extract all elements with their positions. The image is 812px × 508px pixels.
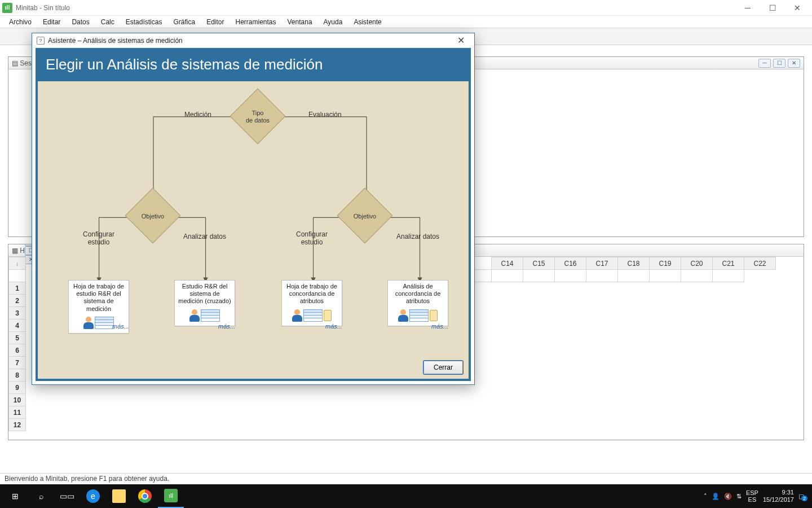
branch-label-evaluacion: Evaluación [308, 111, 342, 119]
task-view-button[interactable]: ▭▭ [54, 484, 80, 508]
col-header[interactable]: C18 [618, 257, 650, 270]
tray-volume-icon[interactable]: 🔇 [724, 493, 732, 500]
tray-clock[interactable]: 9:31 15/12/2017 [763, 489, 794, 503]
card-attr-analysis[interactable]: Análisis de concordancia de atributos [387, 280, 448, 326]
tray-date: 15/12/2017 [763, 496, 794, 503]
notification-badge: 2 [801, 496, 807, 501]
col-header[interactable]: C15 [523, 257, 555, 270]
tray-chevron-up-icon[interactable]: ˄ [704, 493, 707, 500]
row-header[interactable]: 9 [9, 382, 26, 394]
taskbar-edge[interactable]: e [80, 484, 106, 508]
tray-network-icon[interactable]: ⇅ [736, 493, 742, 500]
col-header[interactable]: C17 [586, 257, 618, 270]
row-header[interactable]: 10 [9, 394, 26, 406]
row-header[interactable]: 11 [9, 406, 26, 419]
assistant-dialog: ? Asistente – Análisis de sistemas de me… [32, 33, 475, 385]
close-button[interactable]: ✕ [785, 0, 810, 16]
row-header[interactable]: 5 [9, 332, 26, 344]
row-header[interactable]: 6 [9, 344, 26, 357]
col-header[interactable]: C14 [492, 257, 523, 270]
start-button[interactable]: ⊞ [2, 484, 28, 508]
label-analizar-left: Analizar datos [183, 233, 226, 240]
taskbar-minitab[interactable]: ıll [158, 484, 184, 508]
tray-lang-label: ESP [746, 489, 758, 496]
label-configurar-left: Configurar estudio [82, 230, 116, 246]
table-icon [303, 309, 323, 322]
clipboard-icon [430, 310, 438, 321]
more-link-3[interactable]: más... [281, 323, 342, 330]
folder-icon [112, 489, 126, 503]
menu-datos[interactable]: Datos [66, 17, 95, 27]
app-icon: ıll [2, 3, 12, 13]
card-rr-crossed[interactable]: Estudio R&R del sistema de medición (cru… [174, 280, 235, 326]
person-icon [189, 309, 200, 322]
table-icon [409, 309, 429, 322]
more-link-1[interactable]: más... [68, 323, 129, 330]
tray-language[interactable]: ESP ES [746, 489, 758, 503]
card-icon [177, 308, 232, 323]
search-button[interactable]: ⌕ [28, 484, 54, 508]
label-analizar-right: Analizar datos [396, 233, 439, 240]
menu-grafica[interactable]: Gráfica [167, 17, 201, 27]
table-icon [201, 309, 220, 322]
minitab-icon: ıll [164, 489, 178, 502]
branch-label-medicion: Medición [184, 111, 211, 119]
menu-editor[interactable]: Editor [201, 17, 230, 27]
dialog-heading: Elegir un Análisis de sistemas de medici… [38, 50, 469, 81]
status-bar: Bienvenido a Minitab, presione F1 para o… [0, 473, 812, 484]
row-header[interactable]: 7 [9, 357, 26, 369]
label-configurar-right: Configurar estudio [295, 230, 329, 246]
menu-bar: Archivo Editar Datos Calc Estadísticas G… [0, 16, 812, 28]
taskbar-explorer[interactable] [106, 484, 132, 508]
more-link-2[interactable]: más... [174, 323, 235, 330]
session-close-button[interactable]: ✕ [788, 59, 800, 68]
card-icon [390, 308, 445, 323]
person-icon [292, 309, 302, 322]
person-icon [398, 309, 408, 322]
row-header[interactable]: 12 [9, 419, 26, 431]
dialog-title-text: Asistente – Análisis de sistemas de medi… [48, 37, 183, 45]
session-min-button[interactable]: ─ [758, 59, 771, 68]
menu-herramientas[interactable]: Herramientas [230, 17, 282, 27]
edge-icon: e [86, 489, 100, 503]
row-header[interactable]: 8 [9, 369, 26, 382]
dialog-close-button[interactable]: ✕ [452, 35, 470, 46]
menu-estadisticas[interactable]: Estadísticas [120, 17, 168, 27]
minimize-button[interactable]: ─ [735, 0, 760, 16]
card-label: Análisis de concordancia de atributos [390, 283, 445, 305]
windows-icon: ⊞ [8, 489, 22, 503]
col-header[interactable]: C22 [744, 257, 776, 270]
card-attr-worksheet[interactable]: Hoja de trabajo de concordancia de atrib… [281, 280, 342, 326]
taskbar-chrome[interactable] [132, 484, 158, 508]
col-header[interactable]: C20 [681, 257, 713, 270]
col-header[interactable]: C16 [555, 257, 586, 270]
maximize-button[interactable]: ☐ [760, 0, 785, 16]
tray-action-center[interactable]: ▢ 2 [798, 493, 804, 500]
row-header[interactable]: 2 [9, 295, 26, 307]
search-icon: ⌕ [34, 489, 48, 503]
card-label: Estudio R&R del sistema de medición (cru… [177, 283, 232, 305]
window-titlebar: ıll Minitab - Sin título ─ ☐ ✕ [0, 0, 812, 16]
dialog-icon: ? [37, 37, 45, 45]
tray-people-icon[interactable]: 👤 [712, 493, 720, 500]
card-label: Hoja de trabajo de concordancia de atrib… [284, 283, 339, 305]
menu-asistente[interactable]: Asistente [348, 17, 387, 27]
window-title: Minitab - Sin título [16, 4, 70, 12]
menu-calc[interactable]: Calc [95, 17, 120, 27]
row-header[interactable]: 4 [9, 319, 26, 332]
menu-ventana[interactable]: Ventana [282, 17, 318, 27]
menu-archivo[interactable]: Archivo [3, 17, 37, 27]
more-link-4[interactable]: más... [387, 323, 448, 330]
menu-editar[interactable]: Editar [37, 17, 66, 27]
col-header[interactable]: C21 [713, 257, 744, 270]
row-header[interactable]: 3 [9, 307, 26, 319]
col-header[interactable]: C19 [650, 257, 681, 270]
session-max-button[interactable]: ☐ [773, 59, 785, 68]
worksheet-window-title: H [20, 247, 25, 255]
taskbar: ⊞ ⌕ ▭▭ e ıll ˄ 👤 🔇 ⇅ ESP ES 9:31 15/12/2… [0, 484, 812, 508]
menu-ayuda[interactable]: Ayuda [318, 17, 348, 27]
row-header[interactable]: 1 [9, 282, 26, 295]
worksheet-window-icon: ▦ [12, 247, 18, 255]
session-window-icon: ▤ [12, 59, 18, 67]
close-dialog-button[interactable]: Cerrar [423, 361, 463, 374]
